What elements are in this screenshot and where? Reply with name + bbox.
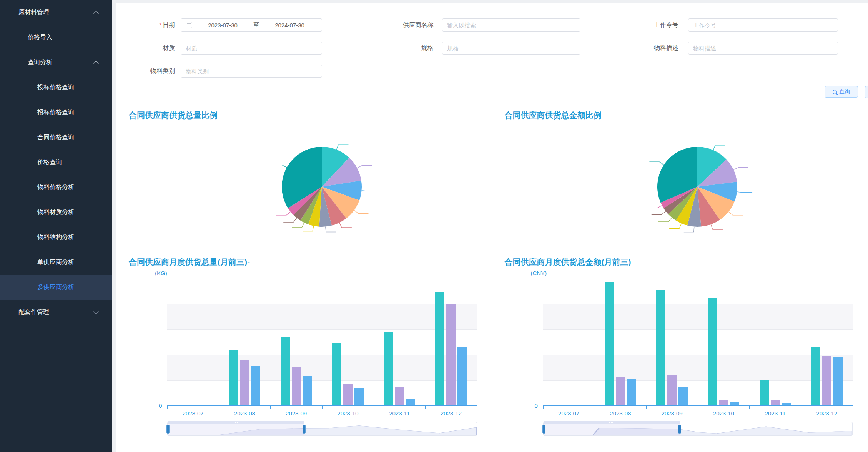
datazoom-right-handle[interactable] xyxy=(303,425,306,434)
sidebar-item-accessories-mgmt[interactable]: 配套件管理 xyxy=(0,300,112,325)
chevron-up-icon xyxy=(93,60,99,66)
material-label: 材质 xyxy=(116,44,175,52)
bar[interactable] xyxy=(605,282,614,405)
sidebar-item-single-supplier-analysis[interactable]: 单供应商分析 xyxy=(0,250,112,275)
bar[interactable] xyxy=(457,347,467,405)
datazoom-window[interactable] xyxy=(544,421,680,435)
bar[interactable] xyxy=(782,403,791,405)
bar[interactable] xyxy=(354,388,364,405)
bar[interactable] xyxy=(708,298,717,406)
form-actions: 查询 xyxy=(116,86,868,98)
pie-label-line xyxy=(711,224,723,229)
pie-label-line xyxy=(650,162,664,165)
bar[interactable] xyxy=(656,290,665,405)
work-order-input[interactable] xyxy=(688,18,838,32)
bar[interactable] xyxy=(811,347,820,405)
sidebar-item-price-query[interactable]: 价格查询 xyxy=(0,150,112,175)
bar[interactable] xyxy=(719,400,728,405)
work-order-field-row: 工作令号 xyxy=(580,18,868,32)
datazoom-slider[interactable] xyxy=(167,422,477,436)
x-axis-label: 2023-07 xyxy=(167,410,219,417)
datazoom-left-handle[interactable] xyxy=(542,425,545,434)
bar-panel-monthly-quantity: 合同供应商月度供货总量(月前三)- (KG) 0 2023-072023-082… xyxy=(116,257,492,436)
datazoom-window[interactable] xyxy=(168,421,304,435)
pie-label-line xyxy=(336,145,348,150)
partial-button[interactable] xyxy=(865,86,868,98)
material-category-label: 物料类别 xyxy=(116,67,175,75)
bar[interactable] xyxy=(229,350,238,405)
bar[interactable] xyxy=(446,304,456,405)
sidebar-item-label: 物料价格分析 xyxy=(37,183,74,191)
bar-group xyxy=(698,279,749,405)
sidebar-item-raw-material-mgmt[interactable]: 原材料管理 xyxy=(0,0,112,25)
bar[interactable] xyxy=(616,377,625,405)
date-range-input[interactable]: 2023-07-30 至 2024-07-30 xyxy=(181,18,322,32)
bar[interactable] xyxy=(303,376,312,405)
bar[interactable] xyxy=(678,387,688,406)
sidebar-item-contract-price-query[interactable]: 合同价格查询 xyxy=(0,125,112,150)
bar[interactable] xyxy=(332,343,341,405)
pie-chart-total-amount[interactable] xyxy=(609,121,786,251)
x-axis-label: 2023-11 xyxy=(374,410,425,417)
material-category-input[interactable] xyxy=(181,65,322,78)
sidebar-item-tender-price-query[interactable]: 招标价格查询 xyxy=(0,100,112,125)
bar[interactable] xyxy=(281,337,290,405)
bar[interactable] xyxy=(627,379,636,405)
sidebar-item-material-texture-analysis[interactable]: 物料材质分析 xyxy=(0,200,112,225)
bar[interactable] xyxy=(343,384,353,405)
datazoom-grip[interactable] xyxy=(544,421,680,424)
bar[interactable] xyxy=(384,332,393,405)
sidebar-item-bid-price-query[interactable]: 投标价格查询 xyxy=(0,75,112,100)
datazoom-grip[interactable] xyxy=(168,421,304,424)
y-axis-unit: (CNY) xyxy=(492,270,868,276)
bar[interactable] xyxy=(833,357,843,405)
sidebar-item-price-import[interactable]: 价格导入 xyxy=(0,25,112,50)
material-input[interactable] xyxy=(181,42,322,55)
bar[interactable] xyxy=(292,367,301,405)
sidebar-item-query-analysis[interactable]: 查询分析 xyxy=(0,50,112,75)
app-window: { "sidebar": { "items": [ {"label":"原材料管… xyxy=(0,0,868,452)
pie-label-line xyxy=(361,191,377,191)
axis-tick xyxy=(698,406,698,409)
bar[interactable] xyxy=(730,402,739,405)
date-start-value[interactable]: 2023-07-30 xyxy=(195,22,250,28)
bar[interactable] xyxy=(760,380,769,405)
bar[interactable] xyxy=(395,387,404,406)
sidebar-item-label: 查询分析 xyxy=(28,58,52,66)
y-axis-zero-label: 0 xyxy=(159,402,162,409)
date-end-value[interactable]: 2024-07-30 xyxy=(262,22,317,28)
sidebar-item-label: 价格导入 xyxy=(28,33,52,42)
supplier-input[interactable] xyxy=(442,18,580,32)
sidebar-item-multi-supplier-analysis[interactable]: 多供应商分析 xyxy=(0,275,112,300)
pie-wrap xyxy=(492,121,868,251)
pie-wrap xyxy=(116,121,492,251)
bar[interactable] xyxy=(240,360,249,405)
date-field-row: *日期 2023-07-30 至 2024-07-30 xyxy=(116,18,322,32)
x-axis-label: 2023-11 xyxy=(750,410,801,417)
spec-input[interactable] xyxy=(442,42,580,55)
query-button[interactable]: 查询 xyxy=(825,86,858,98)
bar-plot-area: 0 xyxy=(543,279,853,406)
datazoom-slider[interactable] xyxy=(543,422,853,436)
chart-title-monthly-quantity: 合同供应商月度供货总量(月前三)- xyxy=(116,257,492,268)
x-axis-label: 2023-12 xyxy=(425,410,477,417)
bar[interactable] xyxy=(822,356,831,405)
bar-panel-monthly-amount: 合同供应商月度供货总金额(月前三) (CNY) 0 2023-072023-08… xyxy=(492,257,868,436)
sidebar-item-label: 原材料管理 xyxy=(18,8,49,17)
bar[interactable] xyxy=(771,400,780,405)
pie-chart-total-quantity[interactable] xyxy=(233,121,410,251)
pie-label-line xyxy=(713,145,726,150)
datazoom-right-handle[interactable] xyxy=(678,425,681,434)
calendar-icon xyxy=(186,22,192,28)
datazoom-left-handle[interactable] xyxy=(166,425,170,434)
sidebar-item-label: 合同价格查询 xyxy=(37,133,74,141)
sidebar-item-material-structure-analysis[interactable]: 物料结构分析 xyxy=(0,225,112,250)
bar-groups xyxy=(167,279,477,405)
bar[interactable] xyxy=(435,292,444,405)
bar[interactable] xyxy=(251,366,260,405)
sidebar-item-material-price-analysis[interactable]: 物料价格分析 xyxy=(0,175,112,200)
material-desc-input[interactable] xyxy=(688,42,838,55)
bar[interactable] xyxy=(667,375,677,405)
spec-label: 规格 xyxy=(322,44,434,52)
bar[interactable] xyxy=(406,399,415,406)
